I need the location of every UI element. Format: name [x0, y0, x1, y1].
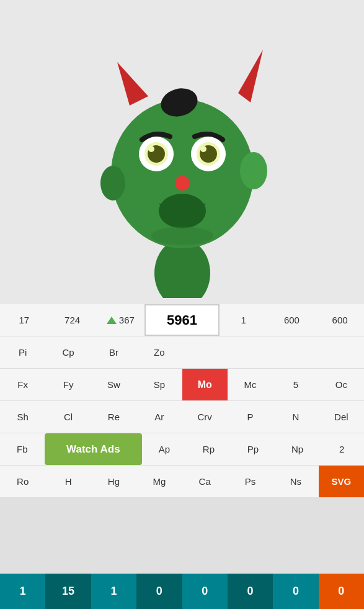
cell-pp[interactable]: Pp	[231, 433, 275, 465]
cell-ns[interactable]: Ns	[273, 466, 318, 497]
svg-marker-6	[238, 50, 263, 102]
cell-ro[interactable]: Ro	[0, 466, 45, 497]
cell-ap[interactable]: Ap	[142, 433, 187, 465]
character-area	[0, 0, 364, 304]
score-cell-600a: 600	[268, 304, 316, 336]
cell-cl[interactable]: Cl	[45, 401, 91, 433]
row-3: Sh Cl Re Ar Crv P N Del	[0, 401, 364, 433]
grid-area: 17 724 367 5961 1 600 600 Pi Cp Br Zo Fx…	[0, 304, 364, 498]
cell-p[interactable]: P	[228, 401, 273, 433]
cell-mc[interactable]: Mc	[228, 369, 273, 400]
cell-re[interactable]: Re	[91, 401, 136, 433]
bottom-cell-0[interactable]: 1	[0, 574, 45, 609]
svg-point-3	[240, 152, 267, 189]
cell-pi[interactable]: Pi	[0, 336, 45, 368]
bottom-bar: 1 15 1 0 0 0 0 0	[0, 574, 364, 609]
cell-zo[interactable]: Zo	[136, 336, 182, 368]
demon-character	[83, 6, 282, 298]
bottom-cell-2[interactable]: 1	[91, 574, 136, 609]
row-1: Pi Cp Br Zo	[0, 336, 364, 369]
score-cell-17: 17	[0, 304, 48, 336]
svg-point-14	[197, 142, 220, 166]
svg-point-13	[144, 142, 168, 166]
score-cell-724: 724	[48, 304, 97, 336]
cell-fb[interactable]: Fb	[0, 433, 45, 465]
cell-cp[interactable]: Cp	[45, 336, 91, 368]
triangle-up-icon	[107, 317, 117, 324]
cell-np[interactable]: Np	[275, 433, 320, 465]
cell-h[interactable]: H	[45, 466, 91, 497]
bottom-cell-5[interactable]: 0	[228, 574, 273, 609]
svg-marker-5	[117, 62, 148, 106]
score-cell-367: 367	[96, 304, 144, 336]
bottom-cell-7[interactable]: 0	[319, 574, 364, 609]
cell-svg[interactable]: SVG	[319, 466, 364, 497]
bottom-cell-4[interactable]: 0	[182, 574, 228, 609]
cell-rp[interactable]: Rp	[187, 433, 231, 465]
row-5: Ro H Hg Mg Ca Ps Ns SVG	[0, 466, 364, 498]
cell-crv[interactable]: Crv	[182, 401, 228, 433]
cell-fy[interactable]: Fy	[45, 369, 91, 400]
cell-mg[interactable]: Mg	[136, 466, 182, 497]
cell-empty-3	[273, 336, 318, 368]
bottom-cell-3[interactable]: 0	[136, 574, 182, 609]
cell-fx[interactable]: Fx	[0, 369, 45, 400]
score-row: 17 724 367 5961 1 600 600	[0, 304, 364, 336]
bottom-cell-6[interactable]: 0	[273, 574, 318, 609]
cell-br[interactable]: Br	[91, 336, 136, 368]
cell-sh[interactable]: Sh	[0, 401, 45, 433]
cell-hg[interactable]: Hg	[91, 466, 136, 497]
cell-ps[interactable]: Ps	[228, 466, 273, 497]
cell-oc[interactable]: Oc	[319, 369, 364, 400]
row-2: Fx Fy Sw Sp Mo Mc 5 Oc	[0, 369, 364, 401]
cell-2[interactable]: 2	[319, 433, 364, 465]
row-4: Fb Watch Ads Ap Rp Pp Np 2	[0, 433, 364, 466]
svg-point-17	[151, 227, 213, 245]
watch-ads-button[interactable]: Watch Ads	[45, 433, 142, 465]
cell-n[interactable]: N	[273, 401, 318, 433]
main-score: 5961	[144, 304, 220, 336]
score-cell-600b: 600	[316, 304, 364, 336]
cell-sp[interactable]: Sp	[136, 369, 182, 400]
cell-mo[interactable]: Mo	[182, 369, 228, 400]
cell-empty-4	[319, 336, 364, 368]
cell-sw[interactable]: Sw	[91, 369, 136, 400]
svg-point-2	[100, 166, 125, 201]
cell-ar[interactable]: Ar	[136, 401, 182, 433]
score-cell-1: 1	[220, 304, 268, 336]
svg-point-15	[175, 176, 190, 191]
cell-ca[interactable]: Ca	[182, 466, 228, 497]
cell-del[interactable]: Del	[319, 401, 364, 433]
cell-empty-2	[228, 336, 273, 368]
cell-5[interactable]: 5	[273, 369, 318, 400]
bottom-cell-1[interactable]: 15	[45, 574, 91, 609]
cell-empty-1	[182, 336, 228, 368]
